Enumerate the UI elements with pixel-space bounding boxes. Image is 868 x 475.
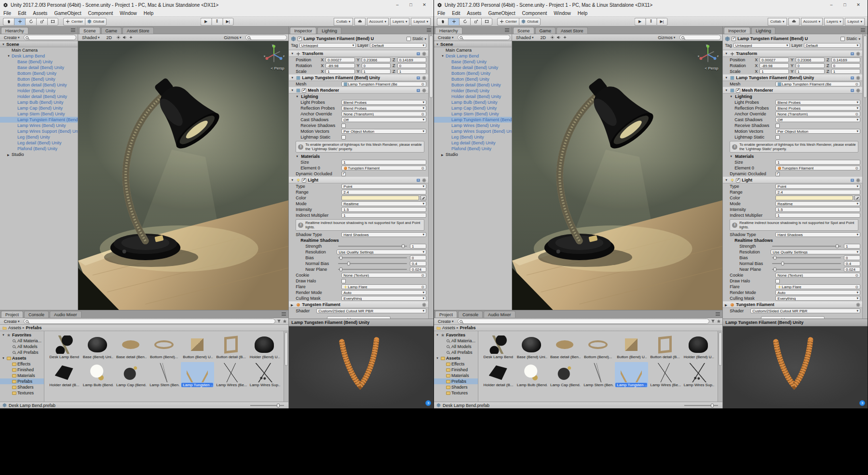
hierarchy-item[interactable]: Leg (Bend) Unity <box>434 134 512 140</box>
render-mode-dropdown[interactable]: Auto <box>341 290 426 295</box>
thumbnail-zoom-slider[interactable] <box>684 405 718 406</box>
menu-item[interactable]: Assets <box>29 10 51 16</box>
culling-mask-dropdown[interactable]: Everything <box>341 296 426 301</box>
project-folder-item[interactable]: Materials <box>434 373 478 378</box>
scale-tool-button[interactable] <box>36 18 47 26</box>
gear-icon[interactable] <box>422 52 426 56</box>
asset-item[interactable]: Base (Bend) Uni... <box>81 334 114 359</box>
lighting-subheader[interactable]: ▼Lighting <box>289 94 428 99</box>
breadcrumb-current[interactable]: Prefabs <box>26 325 42 330</box>
hierarchy-item[interactable]: Base detail (Bend) Unity <box>434 65 512 70</box>
project-folder-item[interactable]: Finished <box>0 367 44 373</box>
normal-bias-slider[interactable] <box>772 263 841 264</box>
scrollbar-thumb[interactable] <box>285 332 288 366</box>
hierarchy-item[interactable]: Base (Bend) Unity <box>434 59 512 65</box>
hierarchy-item[interactable]: Bottom (Bend) Unity <box>434 70 512 76</box>
hierarchy-item[interactable]: ▼ Desk Lamp Bend <box>0 53 78 59</box>
foldout-icon[interactable]: ▼ <box>725 89 729 92</box>
hierarchy-item[interactable]: Main Camera <box>434 47 512 53</box>
slider-knob[interactable] <box>836 244 839 248</box>
draw-halo-checkbox[interactable] <box>341 279 346 283</box>
tab-hierarchy[interactable]: Hierarchy <box>435 27 462 34</box>
gear-icon[interactable] <box>422 303 426 307</box>
light-probes-dropdown[interactable]: Blend Probes <box>341 100 426 105</box>
rect-tool-button[interactable] <box>481 18 492 26</box>
reflection-probes-dropdown[interactable]: Blend Probes <box>341 106 426 111</box>
cookie-object-field[interactable]: None (Texture) <box>341 273 426 278</box>
add-component-button[interactable]: Add Component <box>327 316 391 319</box>
hierarchy-item[interactable]: ▼ Desk Lamp Bend <box>434 53 512 59</box>
hierarchy-item[interactable]: Holder (Bend) Unity <box>434 88 512 94</box>
account-dropdown[interactable]: Account <box>367 18 389 26</box>
asset-item[interactable]: Lamp Stem (Ben... <box>148 362 181 387</box>
foldout-arrow-icon[interactable]: ▼ <box>2 43 6 46</box>
menu-item[interactable]: File <box>434 10 448 16</box>
scene-tab[interactable]: Asset Store <box>556 27 588 34</box>
near-plane-value-field[interactable]: 0.024 <box>844 267 860 272</box>
x-value-field[interactable]: 1 <box>760 69 788 74</box>
slider-knob[interactable] <box>781 262 784 265</box>
foldout-icon[interactable]: ▼ <box>725 179 729 182</box>
project-folder-item[interactable]: All Models <box>434 344 478 349</box>
search-filter-icon[interactable] <box>711 319 715 323</box>
project-folder-item[interactable]: ▼ Favorites <box>434 332 478 338</box>
foldout-icon[interactable]: ▶ <box>291 303 295 307</box>
color-picker-button[interactable] <box>854 196 860 200</box>
dynamic-occluded-checkbox[interactable] <box>341 172 346 176</box>
resolution-dropdown[interactable]: Use Quality Settings <box>337 250 426 254</box>
reflection-probes-dropdown[interactable]: Blend Probes <box>775 106 860 111</box>
scene-search-input[interactable] <box>679 35 721 40</box>
z-value-field[interactable]: 0.14169 <box>397 57 426 62</box>
z-value-field[interactable]: 0.14169 <box>831 57 860 62</box>
preview-header[interactable]: Lamp Tungsten Filament (Bend) Unity <box>289 319 434 326</box>
search-filter-icon[interactable] <box>277 319 281 323</box>
shading-mode-dropdown[interactable]: Shaded <box>514 35 536 41</box>
gear-icon[interactable] <box>422 76 426 80</box>
lightmap-static-checkbox[interactable] <box>341 135 346 140</box>
minimize-button[interactable]: – <box>825 1 838 9</box>
hierarchy-item[interactable]: Button detail (Bend) Unity <box>0 82 78 88</box>
foldout-icon[interactable]: ▼ <box>291 179 295 182</box>
cookie-object-field[interactable]: None (Texture) <box>775 273 860 278</box>
project-folder-item[interactable]: ▼ Favorites <box>0 332 44 338</box>
inspector-tab[interactable]: Inspector <box>724 27 750 34</box>
hierarchy-item[interactable]: Holder (Bend) Unity <box>0 88 78 94</box>
slider-knob[interactable] <box>347 262 350 265</box>
project-folder-item[interactable]: All Prefabs <box>434 349 478 355</box>
hierarchy-item[interactable]: Lamp Wires Support (Bend) Unity <box>0 128 78 134</box>
scene-tab[interactable]: Game <box>101 27 122 34</box>
project-folder-item[interactable]: Textures <box>0 390 44 396</box>
project-folder-item[interactable]: All Materia... <box>434 338 478 344</box>
project-search-input[interactable] <box>24 319 276 324</box>
asset-item[interactable]: Lamp Wires Sup... <box>681 362 715 387</box>
mesh-renderer-enabled-checkbox[interactable] <box>302 88 306 93</box>
foldout-icon[interactable]: ▶ <box>725 303 729 307</box>
asset-item[interactable]: Lamp Tungsten ... <box>181 362 214 387</box>
mesh-renderer-enabled-checkbox[interactable] <box>736 88 740 93</box>
persp-label[interactable]: < Persp <box>271 66 285 70</box>
menu-item[interactable]: Component <box>85 10 117 16</box>
mesh-object-field[interactable]: Lamp Tungsten Filament (Be <box>775 82 860 86</box>
project-folder-item[interactable]: Materials <box>0 373 44 378</box>
foldout-icon[interactable]: ▼ <box>725 52 729 55</box>
asset-item[interactable]: Desk Lamp Bend <box>47 334 81 359</box>
pivot-center-button[interactable]: Center <box>63 18 85 26</box>
space-global-button[interactable]: Global <box>85 18 107 26</box>
help-book-icon[interactable] <box>850 88 854 93</box>
inspector-tab[interactable]: Lighting <box>751 27 775 34</box>
favorite-icon[interactable] <box>283 319 287 323</box>
scene-search-input[interactable] <box>245 35 287 40</box>
gear-icon[interactable] <box>856 88 860 93</box>
space-global-button[interactable]: Global <box>519 18 541 26</box>
scene-effects-icon[interactable] <box>129 35 133 40</box>
project-tab[interactable]: Console <box>458 311 483 318</box>
hierarchy-create-button[interactable]: Create <box>435 35 456 41</box>
receive-shadows-checkbox[interactable] <box>341 124 346 128</box>
light-intensity-field[interactable]: 1.5 <box>775 207 860 212</box>
foldout-icon[interactable]: ▼ <box>291 52 295 55</box>
maximize-button[interactable]: □ <box>405 1 417 9</box>
menu-item[interactable]: Help <box>140 10 157 16</box>
hierarchy-item[interactable]: Bottom (Bend) Unity <box>0 70 78 76</box>
bias-value-field[interactable]: 0 <box>410 255 426 260</box>
asset-item[interactable]: Lamp Cap (Bend... <box>548 362 581 387</box>
